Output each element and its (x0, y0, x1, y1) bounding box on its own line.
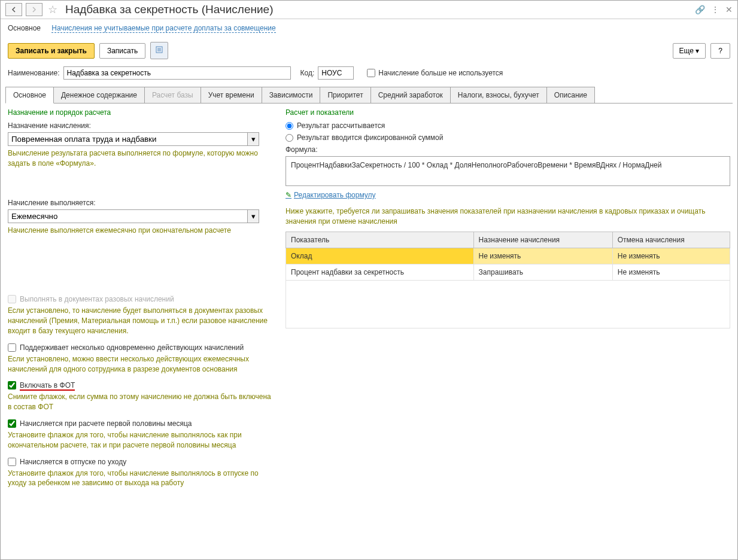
tab-deps[interactable]: Зависимости (262, 87, 321, 103)
tab-priority[interactable]: Приоритет (320, 87, 370, 103)
edit-formula-link[interactable]: ✎ Редактировать формулу (286, 191, 376, 199)
save-button[interactable]: Записать (99, 43, 145, 59)
th-assign: Назначение начисления (473, 232, 612, 248)
cb-parental-leave-hint: Установите флажок для того, чтобы начисл… (8, 468, 271, 489)
not-used-label: Начисление больше не используется (378, 69, 503, 77)
code-input[interactable] (318, 66, 354, 80)
radio-fixed-label: Результат вводится фиксированной суммой (297, 133, 443, 142)
exec-dropdown-button[interactable]: ▾ (247, 209, 259, 223)
exec-input[interactable] (8, 209, 247, 223)
cb-multi-support[interactable] (8, 343, 16, 352)
edit-formula-text: Редактировать формулу (294, 191, 376, 199)
cb-multi-support-hint: Если установлено, можно ввести несколько… (8, 354, 271, 375)
cb-parental-leave[interactable] (8, 458, 16, 466)
close-icon[interactable]: ✕ (725, 5, 733, 14)
indicator-table: Показатель Назначение начисления Отмена … (286, 232, 730, 328)
tab-desc[interactable]: Описание (546, 87, 595, 103)
table-row[interactable]: Процент надбавки за секретность Запрашив… (286, 264, 730, 280)
cb-single-docs-hint: Если установлено, то начисление будет вы… (8, 306, 271, 336)
radio-fixed[interactable] (286, 134, 293, 142)
radio-calculated[interactable] (286, 122, 293, 130)
table-hint: Ниже укажите, требуется ли запрашивать з… (286, 206, 730, 227)
name-label: Наименование: (8, 69, 60, 77)
chevron-down-icon: ▾ (696, 47, 699, 55)
purpose-label: Назначение начисления: (8, 121, 271, 130)
cb-first-half-label: Начисляется при расчете первой половины … (20, 419, 192, 428)
more-button[interactable]: Еще ▾ (673, 43, 706, 59)
more-icon[interactable]: ⋮ (711, 5, 719, 14)
back-button[interactable] (5, 3, 22, 16)
th-cancel: Отмена начисления (612, 232, 730, 248)
cell-cancel: Не изменять (612, 248, 730, 264)
exec-hint: Начисление выполняется ежемесячно при ок… (8, 226, 271, 236)
table-row[interactable]: Оклад Не изменять Не изменять (286, 248, 730, 264)
save-close-button[interactable]: Записать и закрыть (8, 43, 95, 59)
exec-label: Начисление выполняется: (8, 199, 271, 207)
tab-money[interactable]: Денежное содержание (53, 87, 145, 103)
cb-include-fot-label: Включать в ФОТ (20, 381, 75, 389)
tab-taxes[interactable]: Налоги, взносы, бухучет (450, 87, 547, 103)
help-button[interactable]: ? (710, 43, 730, 59)
cb-parental-leave-label: Начисляется в отпуске по уходу (20, 458, 126, 466)
tab-base[interactable]: Расчет базы (144, 87, 201, 103)
cell-cancel: Не изменять (612, 264, 730, 280)
th-indicator: Показатель (286, 232, 474, 248)
favorite-star-icon[interactable]: ☆ (46, 3, 59, 16)
tab-avg[interactable]: Средний заработок (370, 87, 451, 103)
purpose-dropdown-button[interactable]: ▾ (247, 132, 259, 146)
tab-time[interactable]: Учет времени (201, 87, 262, 103)
cb-first-half-hint: Установите флажок для того, чтобы начисл… (8, 430, 271, 451)
name-input[interactable] (63, 66, 291, 80)
formula-box[interactable]: ПроцентНадбавкиЗаСекретность / 100 * Окл… (286, 156, 730, 186)
cb-include-fot[interactable] (8, 381, 16, 389)
not-used-checkbox[interactable] (367, 69, 375, 77)
cb-first-half[interactable] (8, 419, 16, 428)
cell-indicator: Процент надбавки за секретность (286, 264, 474, 280)
purpose-input[interactable] (8, 132, 247, 146)
cell-assign: Запрашивать (473, 264, 612, 280)
cb-include-fot-text: Включать в ФОТ (20, 381, 75, 391)
window-title: Надбавка за секретность (Начисление) (65, 3, 691, 16)
code-label: Код: (300, 69, 315, 77)
link-icon[interactable]: 🔗 (695, 5, 705, 14)
formula-label: Формула: (286, 145, 730, 154)
right-section-title: Расчет и показатели (286, 108, 730, 117)
cell-indicator: Оклад (286, 248, 474, 264)
pencil-icon: ✎ (286, 191, 291, 199)
left-section-title: Назначение и порядок расчета (8, 108, 271, 117)
cb-multi-support-label: Поддерживает несколько одновременно дейс… (20, 343, 244, 352)
table-empty-space (286, 280, 730, 328)
purpose-hint: Вычисление результата расчета выполняетс… (8, 148, 271, 169)
cb-single-docs (8, 295, 16, 303)
tab-main[interactable]: Основное (5, 87, 54, 104)
nav-exclusions-link[interactable]: Начисления не учитываемые при расчете до… (51, 24, 275, 33)
list-icon-button[interactable] (150, 42, 168, 59)
forward-button[interactable] (26, 3, 42, 16)
cell-assign: Не изменять (473, 248, 612, 264)
cb-single-docs-label: Выполнять в документах разовых начислени… (20, 295, 174, 303)
radio-calculated-label: Результат рассчитывается (297, 121, 385, 130)
nav-main[interactable]: Основное (8, 24, 41, 32)
cb-include-fot-hint: Снимите флажок, если сумма по этому начи… (8, 392, 271, 412)
more-button-label: Еще (679, 47, 694, 55)
